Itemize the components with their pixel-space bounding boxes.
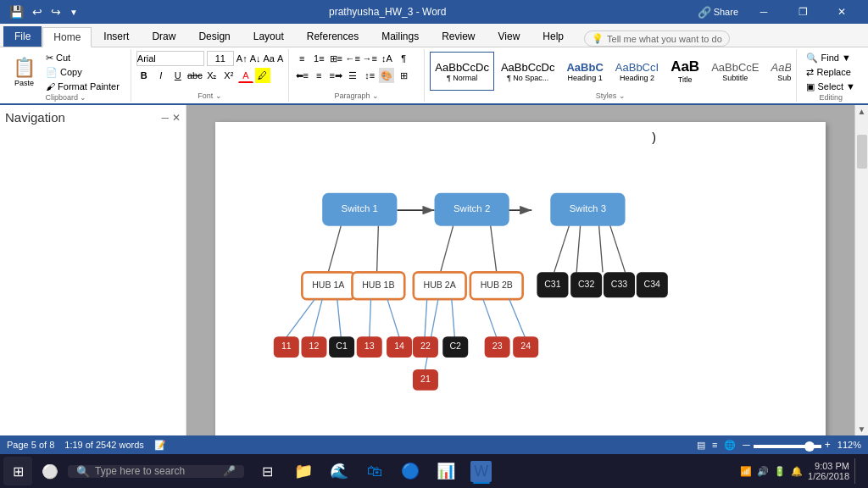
tab-mailings[interactable]: Mailings [370,26,430,47]
track-changes-icon[interactable]: 📝 [154,440,166,451]
style-title[interactable]: AaB Title [665,52,704,91]
file-explorer-icon: 📁 [294,462,313,480]
n23-label: 23 [492,341,503,351]
n24-label: 24 [520,341,531,351]
underline-button[interactable]: U [170,68,186,83]
superscript-button[interactable]: X² [221,68,236,83]
style-heading2[interactable]: AaBbCcI Heading 2 [610,52,664,91]
decrease-indent-button[interactable]: ←≡ [345,51,360,66]
start-button[interactable]: ⊞ [3,457,32,485]
strikethrough-button[interactable]: abc [187,68,203,83]
tab-references[interactable]: References [296,26,370,47]
zoom-slider[interactable] [754,445,821,448]
nav-panel-minimize-icon[interactable]: ─ [161,112,169,124]
tab-help[interactable]: Help [531,26,575,47]
cortana-button[interactable]: ⚪ [36,457,64,485]
customize-icon[interactable]: ▼ [67,6,81,19]
nav-panel-close-icon[interactable]: ✕ [172,112,181,124]
subscript-button[interactable]: X₂ [204,68,220,83]
save-icon[interactable]: 💾 [7,3,26,20]
tab-view[interactable]: View [487,26,531,47]
style-subtle-em[interactable]: AaBbCcDa Subtle Em... [766,52,792,91]
sw1-hub1b-line [377,226,379,273]
change-case-icon[interactable]: Aa [264,53,275,64]
shading-button[interactable]: 🎨 [379,68,394,83]
network-icon[interactable]: 📶 [740,466,752,477]
bold-button[interactable]: B [136,68,152,83]
minimize-button[interactable]: ─ [744,0,783,24]
borders-button[interactable]: ⊞ [396,68,411,83]
zoom-out-button[interactable]: ─ [743,439,750,451]
scroll-down-icon[interactable]: ▼ [856,423,868,435]
volume-icon[interactable]: 🔊 [757,466,769,477]
nav-panel-icons: ─ ✕ [161,112,181,124]
paste-button[interactable]: 📋 Paste [8,51,40,93]
highlight-button[interactable]: 🖊 [255,68,270,83]
font-size-input[interactable] [207,51,234,66]
search-circle-icon: ⚪ [42,463,58,480]
tab-design[interactable]: Design [187,26,241,47]
store-app[interactable]: 🛍 [358,457,392,485]
powerpoint-app[interactable]: 📊 [429,457,463,485]
align-left-button[interactable]: ⬅≡ [294,68,309,83]
view-outline-icon[interactable]: ≡ [712,440,717,450]
italic-button[interactable]: I [153,68,169,83]
style-no-spacing[interactable]: AaBbCcDc ¶ No Spac... [496,52,560,91]
document-area: ) Switch 1 Sw [186,105,854,435]
align-right-button[interactable]: ≡➡ [328,68,343,83]
show-hide-button[interactable]: ¶ [396,51,411,66]
find-button[interactable]: 🔍 Find ▼ [802,51,860,64]
show-desktop-button[interactable] [854,458,858,484]
text-effects-icon[interactable]: A [277,53,283,64]
multilevel-button[interactable]: ⊞≡ [328,51,343,66]
close-button[interactable]: ✕ [822,0,861,24]
scroll-up-icon[interactable]: ▲ [856,105,868,118]
view-web-icon[interactable]: 🌐 [724,440,736,451]
select-button[interactable]: ▣ Select ▼ [802,80,860,93]
microphone-icon[interactable]: 🎤 [223,465,236,477]
zoom-in-button[interactable]: + [825,439,831,451]
format-painter-button[interactable]: 🖌 Format Painter [42,80,124,93]
tab-layout[interactable]: Layout [242,26,295,47]
task-view-button[interactable]: ⊟ [251,457,285,485]
taskbar-search[interactable]: 🔍 Type here to search 🎤 [68,465,244,478]
restore-button[interactable]: ❐ [783,0,822,24]
tab-review[interactable]: Review [431,26,486,47]
align-center-button[interactable]: ≡ [311,68,326,83]
justify-button[interactable]: ☰ [345,68,360,83]
scrollbar-thumb[interactable] [857,135,867,169]
clock-area[interactable]: 9:03 PM 1/26/2018 [808,461,849,481]
tab-file[interactable]: File [3,26,42,47]
file-explorer-app[interactable]: 📁 [287,457,320,485]
style-subtitle[interactable]: AaBbCcE Subtitle [706,52,764,91]
replace-button[interactable]: ⇄ Replace [802,65,860,79]
bullets-button[interactable]: ≡ [294,51,309,66]
chrome-app[interactable]: 🔵 [393,457,427,485]
tab-draw[interactable]: Draw [141,26,186,47]
undo-icon[interactable]: ↩ [30,3,45,20]
edge-app[interactable]: 🌊 [322,457,356,485]
style-heading1[interactable]: AaBbC Heading 1 [561,52,608,91]
share-label[interactable]: 🔗 Share [695,4,741,20]
vertical-scrollbar[interactable]: ▲ ▼ [854,105,868,435]
redo-icon[interactable]: ↪ [48,3,64,20]
copy-button[interactable]: 📄 Copy [42,65,124,79]
notification-icon[interactable]: 🔔 [791,466,803,477]
text-color-button[interactable]: A [238,68,253,83]
shrink-font-icon[interactable]: A↓ [250,53,261,64]
tell-me-bar[interactable]: 💡 Tell me what you want to do [584,30,730,47]
view-normal-icon[interactable]: ▤ [697,440,705,451]
tab-insert[interactable]: Insert [92,26,140,47]
tab-home[interactable]: Home [42,27,92,47]
font-family-input[interactable] [136,51,204,66]
word-app taskbar-app-active[interactable]: W [465,457,498,485]
line-spacing-button[interactable]: ↕≡ [362,68,377,83]
style-normal[interactable]: AaBbCcDc ¶ Normal [430,52,494,91]
sort-button[interactable]: ↕A [379,51,394,66]
cut-button[interactable]: ✂ Cut [42,51,124,64]
switch1-label: Switch 1 [342,203,378,214]
battery-icon[interactable]: 🔋 [774,466,786,477]
increase-indent-button[interactable]: →≡ [362,51,377,66]
numbering-button[interactable]: 1≡ [311,51,326,66]
grow-font-icon[interactable]: A↑ [236,53,248,64]
